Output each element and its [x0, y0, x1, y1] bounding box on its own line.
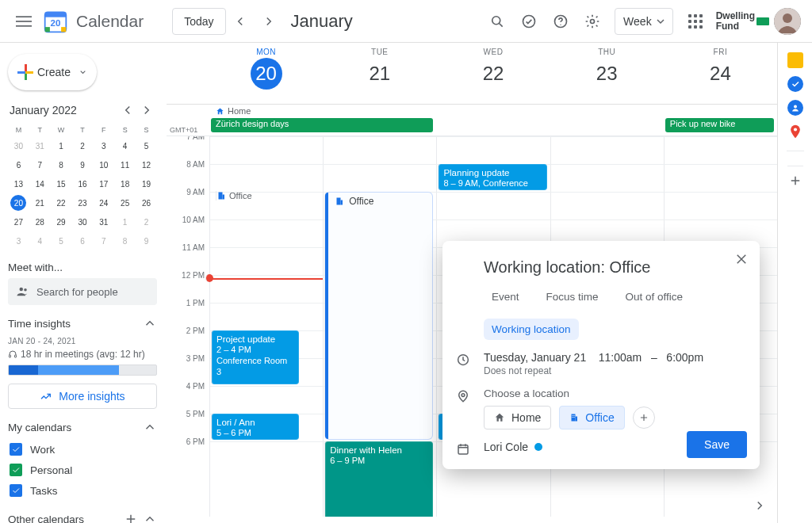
minical-next[interactable]: [138, 101, 155, 119]
minical-day[interactable]: 7: [93, 231, 114, 250]
minical-day[interactable]: 8: [51, 155, 72, 174]
minical-day[interactable]: 3: [8, 231, 29, 250]
save-button[interactable]: Save: [687, 431, 747, 458]
minical-day[interactable]: 28: [29, 212, 51, 231]
draft-event[interactable]: Office: [324, 192, 433, 440]
calendar-item[interactable]: Work: [8, 439, 157, 460]
minical-day[interactable]: 14: [29, 174, 51, 193]
calendar-event[interactable]: Planning update8 – 9 AM, Conference room: [438, 164, 546, 190]
calendar-item[interactable]: Personal: [8, 460, 157, 480]
help-button[interactable]: [545, 6, 576, 37]
contacts-app-icon[interactable]: [787, 100, 803, 116]
view-switcher[interactable]: Week: [615, 8, 673, 35]
get-addons-button[interactable]: [787, 166, 803, 181]
time-line[interactable]: Tuesday, January 21 11:00am – 6:00pm: [484, 351, 745, 364]
prev-period-button[interactable]: [226, 7, 255, 36]
account-avatar[interactable]: [774, 8, 801, 35]
minical-day[interactable]: 30: [8, 136, 29, 155]
minical-day[interactable]: 31: [93, 212, 114, 231]
calendar-event[interactable]: Dinner with Helen6 – 9 PM: [324, 441, 433, 517]
minical-day[interactable]: 21: [29, 193, 51, 212]
time-insights-toggle[interactable]: Time insights: [8, 316, 157, 330]
day-header[interactable]: THU23: [550, 43, 664, 104]
close-button[interactable]: [730, 247, 753, 271]
settings-button[interactable]: [576, 6, 608, 37]
minical-day[interactable]: 30: [72, 212, 94, 231]
checkbox-icon[interactable]: [10, 443, 22, 456]
calendar-event[interactable]: Project update2 – 4 PMConference Room 3: [211, 330, 299, 384]
minical-day[interactable]: 6: [8, 155, 29, 174]
more-insights-button[interactable]: More insights: [8, 384, 157, 409]
minical-day[interactable]: 1: [114, 212, 136, 231]
calendar-item[interactable]: Tasks: [8, 480, 157, 501]
minical-day[interactable]: 31: [29, 136, 51, 155]
maps-app-icon[interactable]: [787, 124, 803, 139]
tasks-header-button[interactable]: [513, 6, 545, 37]
minical-day[interactable]: 13: [8, 174, 29, 193]
plus-icon[interactable]: [124, 512, 138, 523]
minical-day[interactable]: 24: [93, 193, 114, 212]
location-chip-home[interactable]: Home: [484, 406, 551, 429]
day-header[interactable]: WED22: [436, 43, 550, 104]
minical-day[interactable]: 9: [72, 155, 94, 174]
add-location-button[interactable]: [633, 407, 655, 429]
minical-day[interactable]: 19: [136, 174, 157, 193]
minical-day[interactable]: 5: [136, 136, 157, 155]
day-header[interactable]: TUE21: [323, 43, 436, 104]
minical-day[interactable]: 5: [51, 231, 72, 250]
minical-day[interactable]: 26: [136, 193, 157, 212]
minical-day[interactable]: 17: [93, 174, 114, 193]
minical-day[interactable]: 1: [51, 136, 72, 155]
minical-day[interactable]: 23: [72, 193, 94, 212]
popover-tab[interactable]: Out of office: [618, 286, 691, 307]
popover-tab[interactable]: Focus time: [538, 286, 607, 307]
next-period-button[interactable]: [255, 7, 283, 36]
minical-day[interactable]: 16: [72, 174, 94, 193]
minical-day[interactable]: 6: [72, 231, 94, 250]
main-menu-button[interactable]: [6, 4, 41, 39]
keep-app-icon[interactable]: [787, 52, 803, 68]
minical-day[interactable]: 29: [51, 212, 72, 231]
day-header[interactable]: FRI24: [664, 43, 777, 104]
working-location-marker[interactable]: Office: [216, 191, 252, 200]
minical-day[interactable]: 12: [136, 155, 157, 174]
create-button[interactable]: Create: [8, 54, 97, 90]
minical-day[interactable]: 2: [72, 136, 94, 155]
minical-day[interactable]: 9: [136, 231, 157, 250]
minical-day[interactable]: 2: [136, 212, 157, 231]
checkbox-icon[interactable]: [10, 464, 22, 476]
minical-day[interactable]: 10: [93, 155, 114, 174]
minical-day[interactable]: 25: [114, 193, 136, 212]
today-button[interactable]: Today: [172, 8, 225, 35]
checkbox-icon[interactable]: [10, 484, 22, 497]
minical-prev[interactable]: [119, 101, 136, 119]
search-people-input[interactable]: Search for people: [8, 278, 157, 305]
calendar-event[interactable]: Lori / Ann5 – 6 PM: [211, 414, 299, 440]
location-chip-office[interactable]: Office: [559, 406, 624, 429]
repeat-line[interactable]: Does not repeat: [484, 365, 745, 376]
calendar-owner[interactable]: Lori Cole: [484, 441, 528, 453]
show-sidepanel-button[interactable]: [749, 494, 771, 517]
day-header[interactable]: MON20: [209, 43, 323, 104]
popover-tab[interactable]: Event: [484, 286, 527, 307]
minical-day[interactable]: 8: [114, 231, 136, 250]
minical-day[interactable]: 18: [114, 174, 136, 193]
minical-day[interactable]: 7: [29, 155, 51, 174]
other-calendars-toggle[interactable]: Other calendars: [8, 512, 157, 523]
search-button[interactable]: [481, 6, 513, 37]
mini-calendar[interactable]: MTWTFSS303112345678910111213141516171819…: [8, 124, 157, 250]
minical-day[interactable]: 3: [93, 136, 114, 155]
minical-day[interactable]: 22: [51, 193, 72, 212]
minical-day[interactable]: 4: [114, 136, 136, 155]
allday-event[interactable]: Zürich design days: [211, 118, 433, 132]
minical-day[interactable]: 20: [8, 193, 29, 212]
working-location-chip[interactable]: Home: [213, 105, 324, 117]
allday-event[interactable]: Pick up new bike: [665, 118, 774, 132]
minical-day[interactable]: 11: [114, 155, 136, 174]
my-calendars-toggle[interactable]: My calendars: [8, 420, 157, 434]
google-apps-button[interactable]: [680, 6, 711, 37]
tasks-app-icon[interactable]: [787, 76, 803, 92]
popover-tab[interactable]: Working location: [484, 319, 579, 340]
minical-day[interactable]: 27: [8, 212, 29, 231]
minical-day[interactable]: 15: [51, 174, 72, 193]
